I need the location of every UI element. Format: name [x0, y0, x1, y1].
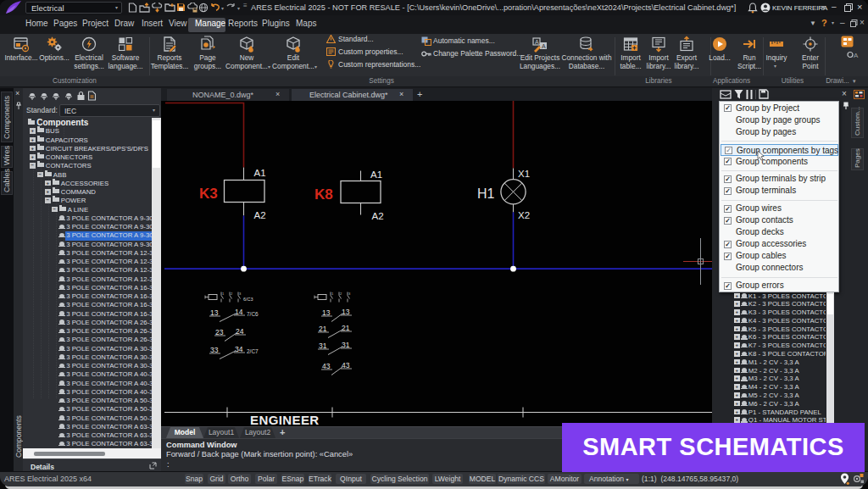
svg-text:X2: X2	[518, 210, 530, 220]
svg-text:A: A	[542, 43, 546, 49]
svg-text:3: 3	[239, 292, 242, 296]
svg-text:ENGINEER: ENGINEER	[250, 413, 320, 427]
svg-text:23: 23	[215, 328, 224, 336]
svg-text:24: 24	[236, 327, 244, 336]
svg-text:21: 21	[342, 324, 350, 332]
svg-text:13: 13	[210, 308, 219, 317]
svg-text:34: 34	[235, 345, 243, 353]
svg-text:13: 13	[322, 308, 331, 317]
svg-text:2/C7: 2/C7	[247, 348, 259, 354]
svg-text:13: 13	[342, 308, 350, 316]
svg-text:A2: A2	[254, 210, 266, 220]
svg-text:21: 21	[319, 325, 327, 333]
svg-text:31: 31	[342, 341, 350, 349]
svg-text:1: 1	[331, 292, 334, 296]
svg-text:A1: A1	[254, 168, 266, 178]
svg-text:3: 3	[348, 292, 351, 296]
svg-text:H1: H1	[477, 186, 495, 201]
svg-text:2: 2	[231, 292, 233, 296]
svg-text:33: 33	[210, 346, 219, 354]
svg-text:7/C6: 7/C6	[247, 311, 259, 317]
svg-text:K3: K3	[199, 186, 218, 202]
svg-text:A: A	[535, 39, 539, 45]
svg-text:43: 43	[322, 362, 331, 370]
svg-text:X1: X1	[518, 169, 530, 179]
svg-text:14: 14	[235, 308, 243, 316]
svg-text:A1: A1	[370, 169, 382, 180]
svg-text:31: 31	[319, 342, 327, 350]
svg-text:43: 43	[342, 361, 350, 370]
svg-text:K8: K8	[314, 186, 333, 203]
svg-text:1: 1	[222, 292, 225, 296]
svg-text:A: A	[854, 52, 859, 59]
svg-text:A2: A2	[372, 211, 384, 221]
svg-text:6/C3: 6/C3	[243, 297, 253, 302]
svg-text:2: 2	[340, 292, 342, 296]
